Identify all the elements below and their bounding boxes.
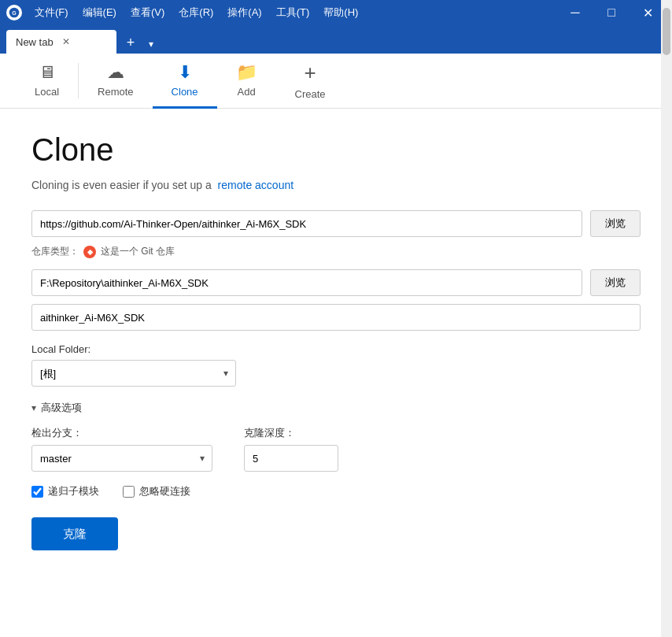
checkout-branch-label: 检出分支： [31, 426, 212, 440]
nav-remote[interactable]: ☁ Remote [79, 54, 153, 109]
url-input[interactable] [31, 210, 582, 237]
repo-type-value: 这是一个 Git 仓库 [101, 245, 175, 258]
path-input[interactable] [31, 269, 582, 296]
browse-button-1[interactable]: 浏览 [590, 210, 641, 237]
ignore-hard-links-checkbox[interactable]: 忽略硬连接 [123, 484, 190, 498]
path-row: 浏览 [31, 269, 641, 296]
content-area: Clone Cloning is even easier if you set … [0, 109, 672, 637]
scrollbar-track[interactable] [661, 109, 672, 637]
menu-tools[interactable]: 工具(T) [270, 2, 316, 23]
svg-text:G: G [12, 10, 17, 16]
branch-select[interactable]: master [31, 445, 212, 472]
repo-type-label: 仓库类型： [31, 245, 79, 258]
folder-select[interactable]: [根] [31, 360, 236, 387]
tab-label: New tab [16, 36, 54, 48]
window-controls: ─ □ ✕ [557, 0, 666, 25]
new-tab[interactable]: New tab ✕ [6, 30, 116, 54]
advanced-toggle[interactable]: ▾ 高级选项 [31, 401, 641, 415]
menu-repo[interactable]: 仓库(R) [172, 2, 220, 23]
clone-depth-label: 克隆深度： [244, 426, 338, 440]
subtitle-text: Cloning is even easier if you set up a [31, 179, 212, 191]
app-logo: G [6, 5, 22, 20]
clone-icon: ⬇ [178, 62, 192, 83]
nav-clone-label: Clone [172, 86, 198, 98]
page-title: Clone [31, 132, 641, 168]
name-input[interactable] [31, 304, 641, 331]
nav-create-label: Create [295, 88, 326, 100]
depth-field-group: 克隆深度： [244, 426, 338, 472]
main-area: 🖥 Local ☁ Remote ⬇ Clone 📁 Add + Create … [0, 54, 672, 637]
branch-field-group: 检出分支： master ▾ [31, 426, 212, 472]
tab-bar: New tab ✕ + ▾ [0, 25, 672, 54]
chevron-down-icon: ▾ [31, 402, 36, 413]
nav-add-label: Add [238, 86, 256, 98]
recursive-label: 递归子模块 [48, 484, 99, 498]
browse-button-2[interactable]: 浏览 [590, 269, 641, 296]
depth-input[interactable] [244, 445, 338, 472]
folder-select-wrapper: [根] ▾ [31, 360, 236, 387]
nav-add[interactable]: 📁 Add [217, 54, 276, 109]
tab-dropdown-button[interactable]: ▾ [142, 35, 161, 54]
clone-button[interactable]: 克隆 [31, 517, 118, 550]
recursive-checkbox-input[interactable] [31, 486, 43, 498]
menu-view[interactable]: 查看(V) [124, 2, 171, 23]
branch-select-wrapper: master ▾ [31, 445, 212, 472]
nav-clone[interactable]: ⬇ Clone [153, 54, 217, 109]
nav-create[interactable]: + Create [276, 54, 345, 109]
local-folder-label: Local Folder: [31, 343, 641, 355]
maximize-button[interactable]: □ [593, 0, 630, 25]
add-tab-button[interactable]: + [120, 31, 142, 54]
ignore-hard-links-input[interactable] [123, 486, 135, 498]
nav-local[interactable]: 🖥 Local [16, 54, 78, 109]
repo-type-row: 仓库类型： ◆ 这是一个 Git 仓库 [31, 245, 641, 258]
git-icon: ◆ [83, 246, 96, 258]
recursive-submodules-checkbox[interactable]: 递归子模块 [31, 484, 99, 498]
advanced-options: 检出分支： master ▾ 克隆深度： [31, 426, 641, 472]
minimize-button[interactable]: ─ [557, 0, 593, 25]
tab-close-button[interactable]: ✕ [60, 35, 72, 48]
menu-action[interactable]: 操作(A) [221, 2, 268, 23]
add-icon: 📁 [236, 62, 257, 83]
url-row: 浏览 [31, 210, 641, 237]
nav-remote-label: Remote [98, 86, 134, 98]
menu-bar: 文件(F) 编辑(E) 查看(V) 仓库(R) 操作(A) 工具(T) 帮助(H… [28, 2, 557, 23]
menu-edit[interactable]: 编辑(E) [76, 2, 123, 23]
remote-account-link[interactable]: remote account [218, 179, 294, 191]
nav-local-label: Local [35, 86, 59, 98]
name-row [31, 304, 641, 331]
titlebar: G 文件(F) 编辑(E) 查看(V) 仓库(R) 操作(A) 工具(T) 帮助… [0, 0, 672, 25]
remote-icon: ☁ [107, 62, 124, 83]
create-icon: + [305, 61, 316, 85]
checkboxes-row: 递归子模块 忽略硬连接 [31, 484, 641, 498]
subtitle: Cloning is even easier if you set up a r… [31, 179, 641, 191]
advanced-toggle-label: 高级选项 [41, 401, 82, 415]
nav-bar: 🖥 Local ☁ Remote ⬇ Clone 📁 Add + Create [0, 54, 672, 109]
local-icon: 🖥 [39, 62, 56, 83]
menu-help[interactable]: 帮助(H) [317, 2, 364, 23]
ignore-hard-links-label: 忽略硬连接 [139, 484, 190, 498]
menu-file[interactable]: 文件(F) [28, 2, 75, 23]
